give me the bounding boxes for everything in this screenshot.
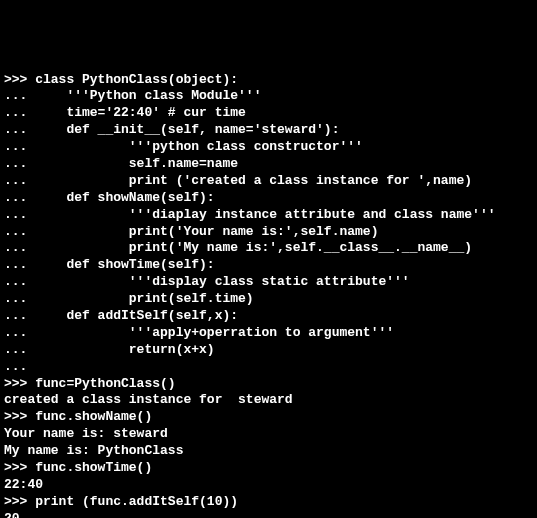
terminal-line: ... print('My name is:',self.__class__._…: [4, 240, 533, 257]
terminal-line: >>> func.showTime(): [4, 460, 533, 477]
terminal-line: ... '''diaplay instance attribute and cl…: [4, 207, 533, 224]
terminal-line: ... print('Your name is:',self.name): [4, 224, 533, 241]
terminal-line: created a class instance for steward: [4, 392, 533, 409]
terminal-line: >>> print (func.addItSelf(10)): [4, 494, 533, 511]
terminal-line: ... def showName(self):: [4, 190, 533, 207]
terminal-line: ... def showTime(self):: [4, 257, 533, 274]
terminal-line: ... return(x+x): [4, 342, 533, 359]
terminal-line: ... '''python class constructor''': [4, 139, 533, 156]
terminal-line: 22:40: [4, 477, 533, 494]
terminal-line: ... def __init__(self, name='steward'):: [4, 122, 533, 139]
terminal-line: ... print ('created a class instance for…: [4, 173, 533, 190]
terminal-line: >>> func=PythonClass(): [4, 376, 533, 393]
terminal-line: 20: [4, 511, 533, 518]
terminal-output[interactable]: >>> class PythonClass(object):... '''Pyt…: [4, 72, 533, 518]
terminal-line: ... self.name=name: [4, 156, 533, 173]
terminal-line: My name is: PythonClass: [4, 443, 533, 460]
terminal-line: ... '''apply+operration to argument''': [4, 325, 533, 342]
terminal-line: ... time='22:40' # cur time: [4, 105, 533, 122]
terminal-line: ...: [4, 359, 533, 376]
terminal-line: ... print(self.time): [4, 291, 533, 308]
terminal-line: ... def addItSelf(self,x):: [4, 308, 533, 325]
terminal-line: ... '''Python class Module''': [4, 88, 533, 105]
terminal-line: Your name is: steward: [4, 426, 533, 443]
terminal-line: >>> class PythonClass(object):: [4, 72, 533, 89]
terminal-line: ... '''display class static attribute''': [4, 274, 533, 291]
terminal-line: >>> func.showName(): [4, 409, 533, 426]
